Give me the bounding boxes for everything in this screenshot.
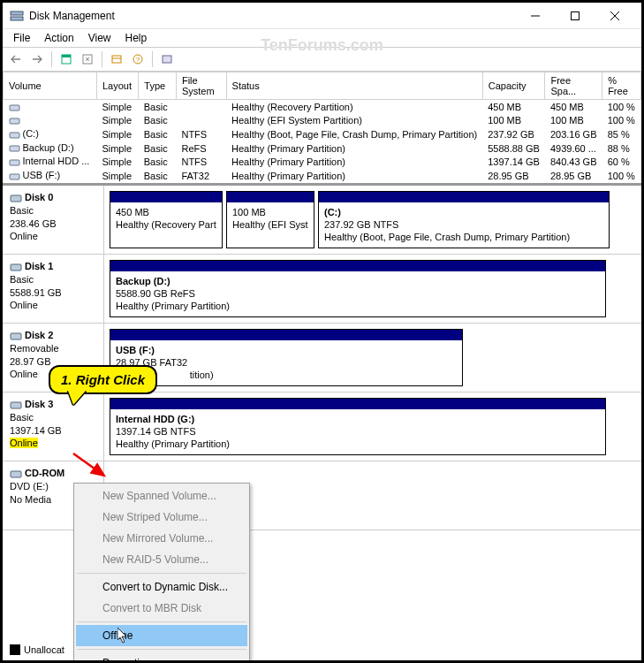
svg-rect-23 — [11, 402, 21, 408]
back-button[interactable] — [6, 50, 26, 69]
column-header[interactable]: % Free — [602, 72, 641, 100]
disk-icon — [10, 399, 22, 411]
app-icon — [10, 9, 24, 23]
volume-row[interactable]: SimpleBasicHealthy (Recovery Partition)4… — [4, 100, 641, 114]
menu-view[interactable]: View — [81, 30, 118, 46]
svg-rect-19 — [10, 174, 19, 179]
context-menu-item: Convert to MBR Disk — [76, 598, 247, 619]
svg-rect-17 — [10, 146, 19, 151]
column-header[interactable]: Capacity — [482, 72, 545, 100]
toolbar-btn-3[interactable] — [157, 50, 177, 69]
disk-label-area[interactable]: Disk 0Basic238.46 GBOnline — [3, 186, 104, 254]
partition[interactable]: USB (F:)28.97 GB FAT32Healt tition) — [110, 329, 463, 386]
menu-separator — [77, 649, 246, 650]
context-menu-item: New RAID-5 Volume... — [76, 549, 247, 570]
callout-right-click: 1. Right Click — [49, 365, 157, 394]
menu-help[interactable]: Help — [118, 30, 155, 46]
svg-rect-13 — [163, 56, 171, 63]
volume-icon — [9, 102, 20, 113]
svg-rect-15 — [10, 118, 19, 124]
disk-icon — [10, 192, 22, 204]
toolbar-btn-1[interactable] — [57, 50, 76, 69]
disk-row[interactable]: Disk 1Basic5588.91 GBOnlineBackup (D:)55… — [3, 255, 641, 324]
forward-button[interactable] — [27, 50, 47, 69]
menubar: File Action View Help — [3, 29, 641, 47]
volume-icon — [9, 115, 20, 126]
context-menu[interactable]: New Spanned Volume...New Striped Volume.… — [73, 483, 250, 663]
context-menu-item: New Mirrored Volume... — [76, 528, 247, 549]
volume-row[interactable]: SimpleBasicHealthy (EFI System Partition… — [4, 114, 641, 128]
disk-icon — [10, 330, 22, 342]
partition[interactable]: 100 MBHealthy (EFI System — [226, 191, 314, 248]
svg-text:?: ? — [136, 56, 140, 64]
disk-partitions: 450 MBHealthy (Recovery Partitio100 MBHe… — [104, 186, 641, 254]
menu-separator — [77, 573, 246, 574]
svg-line-25 — [73, 453, 104, 476]
context-menu-item[interactable]: Offline — [76, 625, 247, 646]
context-menu-item[interactable]: Properties — [76, 652, 247, 663]
menu-action[interactable]: Action — [37, 30, 80, 46]
column-header[interactable]: Type — [139, 72, 177, 100]
disk-row[interactable]: Disk 0Basic238.46 GBOnline450 MBHealthy … — [3, 186, 641, 255]
volume-row[interactable]: Internal HDD ...SimpleBasicNTFSHealthy (… — [4, 155, 641, 169]
titlebar: Disk Management — [3, 3, 641, 29]
svg-rect-24 — [11, 471, 21, 477]
disk-partitions: Internal HDD (G:)1397.14 GB NTFSHealthy … — [104, 392, 641, 461]
close-button[interactable] — [595, 3, 634, 28]
context-menu-item[interactable]: Convert to Dynamic Disk... — [76, 576, 247, 598]
maximize-button[interactable] — [555, 3, 595, 28]
disk-icon — [10, 468, 22, 480]
disk-label-area[interactable]: Disk 1Basic5588.91 GBOnline — [3, 255, 104, 323]
svg-rect-21 — [11, 264, 21, 271]
legend-swatch — [10, 644, 20, 655]
refresh-button[interactable] — [78, 50, 97, 69]
svg-rect-9 — [112, 56, 121, 63]
disk-partitions: Backup (D:)5588.90 GB ReFSHealthy (Prima… — [104, 255, 641, 323]
disk-icon — [10, 261, 22, 273]
volume-icon — [9, 171, 20, 182]
menu-separator — [77, 621, 246, 622]
cursor-icon — [117, 628, 132, 645]
volume-row[interactable]: Backup (D:)SimpleBasicReFSHealthy (Prima… — [4, 141, 641, 156]
partition[interactable]: Backup (D:)5588.90 GB ReFSHealthy (Prima… — [110, 260, 606, 317]
menu-file[interactable]: File — [6, 30, 37, 46]
window-title: Disk Management — [29, 10, 515, 22]
partition[interactable]: (C:)237.92 GB NTFSHealthy (Boot, Page Fi… — [318, 191, 610, 248]
legend: Unallocat — [10, 644, 64, 655]
volume-list[interactable]: VolumeLayoutTypeFile SystemStatusCapacit… — [3, 72, 641, 183]
svg-rect-16 — [10, 133, 19, 138]
svg-rect-18 — [10, 160, 19, 165]
svg-rect-1 — [11, 17, 23, 20]
toolbar: ? — [3, 47, 641, 72]
volume-icon — [9, 142, 20, 154]
column-header[interactable]: File System — [176, 72, 226, 100]
svg-rect-7 — [62, 55, 71, 57]
help-button[interactable]: ? — [128, 50, 148, 69]
column-header[interactable]: Status — [226, 72, 482, 100]
svg-rect-3 — [571, 11, 579, 19]
svg-rect-20 — [11, 195, 21, 202]
legend-label: Unallocat — [24, 644, 64, 655]
svg-rect-0 — [11, 11, 23, 15]
svg-rect-22 — [11, 333, 21, 339]
toolbar-btn-2[interactable] — [107, 50, 126, 69]
column-header[interactable]: Volume — [4, 72, 97, 100]
partition[interactable]: 450 MBHealthy (Recovery Partitio — [110, 191, 223, 248]
disk-partitions: USB (F:)28.97 GB FAT32Healt tition) — [104, 324, 641, 392]
svg-rect-14 — [10, 105, 19, 110]
context-menu-item: New Spanned Volume... — [76, 485, 247, 507]
volume-row[interactable]: USB (F:)SimpleBasicFAT32Healthy (Primary… — [4, 169, 641, 183]
minimize-button[interactable] — [515, 3, 555, 28]
volume-icon — [9, 156, 20, 168]
column-header[interactable]: Layout — [96, 72, 138, 100]
context-menu-item: New Striped Volume... — [76, 507, 247, 528]
annotation-arrow — [69, 449, 113, 484]
partition[interactable]: Internal HDD (G:)1397.14 GB NTFSHealthy … — [110, 398, 606, 455]
volume-icon — [9, 129, 20, 141]
volume-row[interactable]: (C:)SimpleBasicNTFSHealthy (Boot, Page F… — [4, 127, 641, 141]
column-header[interactable]: Free Spa... — [545, 72, 602, 100]
